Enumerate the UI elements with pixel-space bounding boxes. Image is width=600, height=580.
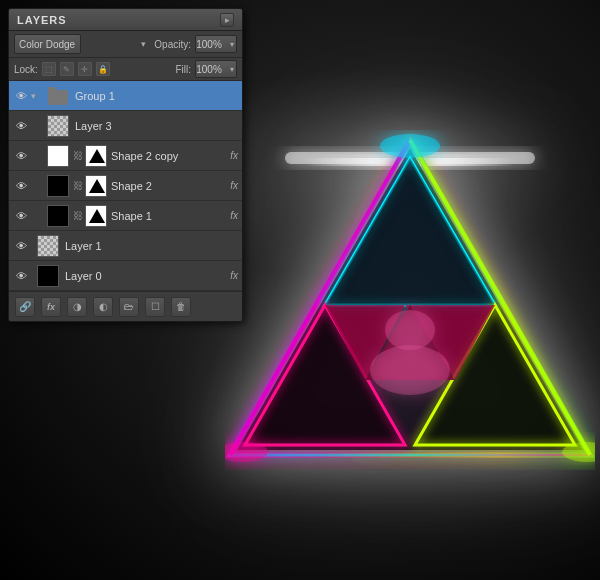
- new-layer-button[interactable]: ☐: [145, 297, 165, 317]
- layer-name-shape2copy: Shape 2 copy: [109, 150, 226, 162]
- svg-rect-26: [48, 87, 56, 92]
- opacity-wrapper: [195, 35, 237, 53]
- opacity-label: Opacity:: [154, 39, 191, 50]
- delete-layer-button[interactable]: 🗑: [171, 297, 191, 317]
- thumb-layer1: [37, 235, 59, 257]
- fill-label: Fill:: [175, 64, 191, 75]
- fill-wrapper: [195, 60, 237, 78]
- layer-name-group1: Group 1: [73, 90, 238, 102]
- chain-shape2: ⛓: [73, 180, 83, 191]
- adjustment-button[interactable]: ◐: [93, 297, 113, 317]
- opacity-input[interactable]: [195, 35, 237, 53]
- mask-shape2copy: [85, 145, 107, 167]
- blend-mode-select[interactable]: Color Dodge Normal Multiply Screen Overl…: [14, 34, 81, 54]
- layer-name-shape2: Shape 2: [109, 180, 226, 192]
- chain-shape2copy: ⛓: [73, 150, 83, 161]
- layer-name-layer3: Layer 3: [73, 120, 238, 132]
- layer-name-layer1: Layer 1: [63, 240, 238, 252]
- visibility-group1[interactable]: 👁: [13, 88, 29, 104]
- layer-item-layer0[interactable]: 👁 Layer 0 fx: [9, 261, 242, 291]
- panel-toolbar: 🔗 fx ◑ ◐ 🗁 ☐ 🗑: [9, 291, 242, 321]
- triangle-graphic: [220, 110, 600, 490]
- layer-item-layer1[interactable]: 👁 Layer 1: [9, 231, 242, 261]
- thumb-group1: [47, 85, 69, 107]
- expand-group1[interactable]: ▾: [31, 91, 43, 101]
- mask-shape2: [85, 175, 107, 197]
- visibility-layer0[interactable]: 👁: [13, 268, 29, 284]
- layers-panel: LAYERS ▸ Color Dodge Normal Multiply Scr…: [8, 8, 243, 322]
- mask-shape1: [85, 205, 107, 227]
- layer-name-shape1: Shape 1: [109, 210, 226, 222]
- lock-position-button[interactable]: ✎: [60, 62, 74, 76]
- fx-button[interactable]: fx: [41, 297, 61, 317]
- panel-header: LAYERS ▸: [9, 9, 242, 31]
- panel-collapse-button[interactable]: ▸: [220, 13, 234, 27]
- svg-point-21: [380, 134, 440, 158]
- svg-rect-25: [48, 90, 68, 105]
- thumb-shape2copy: [47, 145, 69, 167]
- add-mask-button[interactable]: ◑: [67, 297, 87, 317]
- layer-item-group1[interactable]: 👁 ▾ Group 1: [9, 81, 242, 111]
- fx-badge-shape1: fx: [230, 210, 238, 221]
- lock-row: Lock: ⬚ ✎ ✛ 🔒 Fill:: [9, 58, 242, 81]
- lock-pixels-button[interactable]: ⬚: [42, 62, 56, 76]
- fx-badge-shape2: fx: [230, 180, 238, 191]
- visibility-shape2[interactable]: 👁: [13, 178, 29, 194]
- visibility-layer3[interactable]: 👁: [13, 118, 29, 134]
- thumb-layer3: [47, 115, 69, 137]
- thumb-shape2: [47, 175, 69, 197]
- lock-all-button[interactable]: 🔒: [96, 62, 110, 76]
- thumb-layer0: [37, 265, 59, 287]
- layer-item-shape1[interactable]: 👁 ⛓ Shape 1 fx: [9, 201, 242, 231]
- visibility-shape1[interactable]: 👁: [13, 208, 29, 224]
- lock-label: Lock:: [14, 64, 38, 75]
- layer-item-layer3[interactable]: 👁 Layer 3: [9, 111, 242, 141]
- svg-point-20: [385, 310, 435, 350]
- layer-name-layer0: Layer 0: [63, 270, 226, 282]
- layer-item-shape2[interactable]: 👁 ⛓ Shape 2 fx: [9, 171, 242, 201]
- fill-input[interactable]: [195, 60, 237, 78]
- blend-mode-wrapper: Color Dodge Normal Multiply Screen Overl…: [14, 34, 150, 54]
- triforce-svg: [225, 130, 595, 470]
- svg-point-19: [370, 345, 450, 395]
- chain-shape1: ⛓: [73, 210, 83, 221]
- panel-title: LAYERS: [17, 14, 220, 26]
- blend-mode-row: Color Dodge Normal Multiply Screen Overl…: [9, 31, 242, 58]
- fx-badge-shape2copy: fx: [230, 150, 238, 161]
- lock-move-button[interactable]: ✛: [78, 62, 92, 76]
- fx-badge-layer0: fx: [230, 270, 238, 281]
- thumb-shape1: [47, 205, 69, 227]
- layer-item-shape2copy[interactable]: 👁 ⛓ Shape 2 copy fx: [9, 141, 242, 171]
- visibility-shape2copy[interactable]: 👁: [13, 148, 29, 164]
- layer-list: 👁 ▾ Group 1 👁 Layer 3 👁 ⛓ Shape 2: [9, 81, 242, 291]
- svg-marker-10: [325, 158, 495, 305]
- visibility-layer1[interactable]: 👁: [13, 238, 29, 254]
- link-layers-button[interactable]: 🔗: [15, 297, 35, 317]
- new-group-button[interactable]: 🗁: [119, 297, 139, 317]
